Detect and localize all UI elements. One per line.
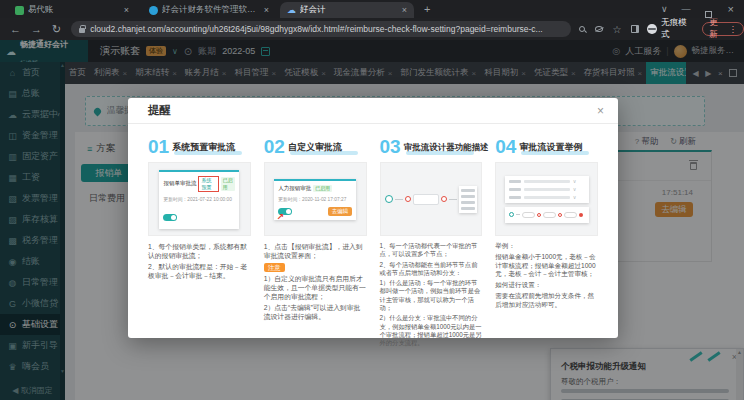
modal-header: 提醒 ×	[128, 98, 618, 124]
window-minimize-button[interactable]: —	[682, 0, 691, 18]
menu-item-placeholder	[461, 189, 475, 192]
chevron-down-icon: ∨	[573, 195, 577, 200]
mini-flow-name: 人力报销审批	[278, 185, 311, 192]
menu-item-placeholder	[461, 201, 475, 204]
tab-search-icon[interactable]: ∨	[661, 0, 668, 18]
mini-settings-form: ∨ ∨ ∨	[505, 176, 589, 203]
step-text: 2、默认的审批流程是：开始－老板审批－会计审批－结束。	[148, 262, 251, 280]
browser-window: 易代账 × 好会计财务软件管理软件购买价格页 × ☁ 好会计 × + ∨ — ×…	[0, 0, 744, 400]
url-text: cloud2.chanjet.com/accounting/uh26t264j5…	[90, 24, 542, 34]
mini-flow-card: 报销单审批流 系统预置 已启用 更新时间：2021-07-22 10:00:00	[159, 170, 239, 229]
tips-modal: 提醒 × 01 系统预置审批流 报销单审批流 系统预置 已启用	[128, 98, 618, 338]
step-text: 需要在流程前先增加分支条件，然后增加对应活动即可。	[495, 292, 598, 310]
step-number: 04	[495, 137, 516, 156]
address-bar[interactable]: cloud2.chanjet.com/accounting/uh26t264j5…	[71, 21, 570, 37]
step-text: 如何进行设置：	[495, 281, 598, 290]
mini-flow-name: 报销单审批流	[163, 180, 196, 187]
tab3-favicon-cloud-icon: ☁	[287, 5, 296, 15]
incognito-icon	[647, 24, 657, 34]
modal-title: 提醒	[148, 103, 597, 118]
add-node-marker	[558, 213, 562, 217]
window-close-button[interactable]: ×	[728, 0, 734, 18]
enable-toggle	[163, 214, 177, 221]
chevron-down-icon: ∨	[573, 187, 577, 192]
tab1-favicon	[15, 6, 24, 15]
tab1-title: 易代账	[28, 4, 120, 16]
step-title: 自定义审批流	[288, 141, 342, 156]
step-title: 系统预置审批流	[172, 141, 235, 156]
incognito-label: 无痕模式	[661, 17, 694, 41]
step-number: 03	[380, 137, 401, 156]
mini-branch-flow	[505, 207, 589, 223]
step-number: 02	[264, 137, 285, 156]
mini-context-menu	[459, 186, 477, 213]
new-tab-button[interactable]: +	[424, 0, 430, 18]
step-illustration: 报销单审批流 系统预置 已启用 更新时间：2021-07-22 10:00:00	[148, 162, 251, 236]
mini-update-time: 更新时间：2021-07-22 10:00:00	[163, 196, 235, 202]
flow-activity-node	[413, 194, 439, 205]
step-text: 2、每个活动都能在当前环节节点前或者节点后增加活动和分支：	[380, 261, 483, 278]
step-number: 01	[148, 137, 169, 156]
enabled-tag: 已启用	[221, 177, 236, 191]
eye-off-icon[interactable]	[595, 26, 603, 32]
mini-edit-button: 去编辑	[328, 207, 353, 216]
menu-item-placeholder	[461, 207, 475, 210]
step-1: 01 系统预置审批流 报销单审批流 系统预置 已启用 更新时间：2021-07-…	[148, 134, 251, 350]
browser-tab-1[interactable]: 易代账 ×	[8, 2, 136, 18]
step-title: 审批流设计器功能描述	[404, 142, 489, 156]
preset-tag: 系统预置	[198, 176, 218, 192]
add-node-marker	[405, 196, 411, 202]
enabled-tag: 已启用	[313, 185, 332, 192]
step-4: 04 审批流设置举例 ∨ ∨ ∨	[495, 134, 598, 350]
mini-flow-card: 人力报销审批 已启用 更新时间：2020-11-02 17:07:27 去编辑 …	[274, 179, 356, 220]
browser-toolbar: ← → ↻ cloud2.chanjet.com/accounting/uh26…	[0, 18, 744, 40]
tab2-title: 好会计财务软件管理软件购买价格页	[162, 4, 260, 16]
modal-body: 01 系统预置审批流 报销单审批流 系统预置 已启用 更新时间：2021-07-…	[128, 124, 618, 350]
step-text: 1、每个报销单类型，系统都有默认的报销审批流；	[148, 242, 251, 260]
tab2-close-icon[interactable]: ×	[264, 5, 269, 15]
flow-line	[449, 199, 457, 200]
step-text: 1、点击【报销审批流】，进入到审批流设置界面；	[264, 242, 367, 260]
step-illustration	[380, 162, 483, 236]
https-lock-icon	[79, 28, 85, 33]
add-node-marker	[441, 196, 447, 202]
more-menu-icon[interactable]: ⋮	[729, 24, 738, 34]
step-illustration: ∨ ∨ ∨	[495, 162, 598, 236]
add-node-marker	[537, 213, 541, 217]
browser-tab-strip: 易代账 × 好会计财务软件管理软件购买价格页 × ☁ 好会计 × + ∨ — ×	[0, 0, 744, 18]
browser-tab-2[interactable]: 好会计财务软件管理软件购买价格页 ×	[142, 2, 276, 18]
flow-activity-node	[543, 212, 556, 218]
update-button[interactable]: 更新 ⋮	[702, 22, 744, 36]
flow-line	[395, 199, 403, 200]
chevron-down-icon: ∨	[573, 179, 577, 184]
tab3-title: 好会计	[300, 4, 398, 16]
step-text: 1）什么是活动：每一个审批的环节都叫做一个活动，例如当前环节是会计主管审核，那就…	[380, 279, 483, 312]
incognito-badge: 无痕模式	[647, 17, 694, 41]
tab3-close-icon[interactable]: ×	[402, 5, 407, 15]
menu-item-placeholder	[461, 195, 475, 198]
step-text: 报销单金额小于1000元，老板－会计审核流程；报销单金额超过1000元，老板－会…	[495, 253, 598, 279]
modal-close-icon[interactable]: ×	[597, 104, 604, 118]
step-text: 2）点击“去编辑”可以进入到审批流设计器进行编辑。	[264, 303, 367, 321]
flow-start-node	[509, 212, 514, 217]
step-3: 03 审批流设计器功能描述	[380, 134, 483, 350]
mini-update-time: 更新时间：2020-11-02 17:07:27	[278, 196, 352, 202]
tab1-close-icon[interactable]: ×	[124, 5, 129, 15]
browser-tab-active[interactable]: ☁ 好会计 ×	[280, 2, 414, 18]
bookmark-star-icon[interactable]: ☆	[613, 24, 622, 35]
step-2: 02 自定义审批流 人力报销审批 已启用 更新时间：2020-11-02 17:…	[264, 134, 367, 350]
zoom-icon[interactable]	[579, 26, 585, 32]
update-label: 更新	[709, 17, 725, 41]
step-text: 1）自定义的审批流只有启用后才能生效，且一个单据类型只能有一个启用的审批流程；	[264, 274, 367, 301]
flow-end-marker	[579, 213, 583, 217]
step-text: 1、每一个活动都代表一个审批的节点，可以设置多个节点；	[380, 242, 483, 259]
flow-start-node	[385, 195, 393, 203]
step-text: 2）什么是分支：审批流中不同的分支，例如报销单金额1000元以内是一个审批流程；…	[380, 314, 483, 347]
step-title: 审批流设置举例	[519, 141, 582, 156]
side-panel-icon[interactable]	[631, 25, 639, 33]
step-text: 举例：	[495, 242, 598, 251]
step-illustration: 人力报销审批 已启用 更新时间：2020-11-02 17:07:27 去编辑 …	[264, 162, 367, 236]
flow-activity-node	[564, 212, 577, 218]
red-arrow-icon: ↗	[276, 212, 284, 222]
mini-flow-diagram	[385, 186, 477, 213]
